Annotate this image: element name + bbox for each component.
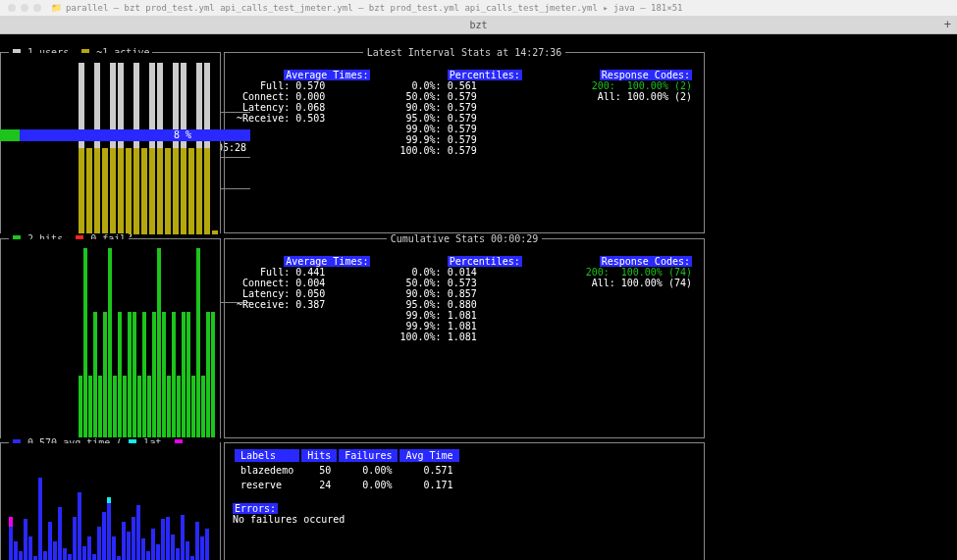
minimize-window-icon[interactable] (21, 4, 28, 12)
th-failures: Failures (339, 449, 398, 462)
labels-table: Labels Hits Failures Avg Time blazedemo … (233, 447, 461, 493)
cumulative-pct-values: 0.0%: 0.014 50.0%: 0.573 90.0%: 0.857 95… (399, 267, 521, 342)
th-avgtime: Avg Time (399, 449, 458, 462)
jmeter-progress: 8 % (0, 129, 250, 141)
interval-resp-all: All: 100.00% (2) (553, 91, 692, 102)
new-tab-button[interactable]: + (944, 18, 951, 31)
table-row: blazedemo 50 0.00% 0.571 (235, 464, 459, 477)
window-title: parallel — bzt prod_test.yml api_calls_t… (66, 3, 683, 13)
zoom-window-icon[interactable] (33, 4, 41, 12)
errors-text: No failures occured (233, 514, 696, 525)
panel-cumulative-stats: Cumulative Stats 00:00:29 Average Times:… (224, 238, 705, 438)
interval-avg-header: Average Times: (284, 70, 370, 80)
cumulative-resp-200: 200: 100.00% (74) (553, 267, 692, 278)
interval-resp-header: Response Codes: (600, 70, 692, 80)
cumulative-pct-header: Percentiles: (448, 256, 522, 267)
tab-bar: bzt + (0, 16, 957, 34)
cumulative-resp-header: Response Codes: (600, 256, 692, 267)
close-window-icon[interactable] (8, 4, 16, 12)
terminal-output: 1 users, ~1 active (0, 48, 957, 560)
folder-icon: 📁 (51, 3, 62, 13)
panel-labels-table: Labels Hits Failures Avg Time blazedemo … (224, 442, 705, 560)
cumulative-title: Cumulative Stats 00:00:29 (387, 233, 543, 244)
tab-bzt[interactable]: bzt (469, 20, 487, 30)
panel-hits: 2 hits, 0 fail (0, 238, 221, 438)
interval-title: Latest Interval Stats at 14:27:36 (363, 47, 566, 58)
traffic-lights[interactable] (8, 4, 41, 12)
interval-avg-values: Full: 0.570 Connect: 0.000 Latency: 0.06… (237, 80, 370, 124)
avg-graph (1, 443, 220, 560)
panel-users: 1 users, ~1 active (0, 52, 221, 233)
table-row: reserve 24 0.00% 0.171 (235, 479, 459, 491)
window-title-bar: 📁 parallel — bzt prod_test.yml api_calls… (0, 0, 957, 16)
interval-pct-values: 0.0%: 0.561 50.0%: 0.579 90.0%: 0.579 95… (399, 80, 521, 156)
th-hits: Hits (301, 449, 337, 462)
interval-resp-200: 200: 100.00% (2) (553, 80, 692, 91)
cumulative-resp-all: All: 100.00% (74) (553, 278, 692, 288)
interval-pct-header: Percentiles: (448, 70, 522, 80)
th-labels: Labels (235, 449, 299, 462)
jmeter-pct: 8 % (174, 129, 191, 140)
errors-header: Errors: (233, 503, 278, 514)
hits-graph (1, 239, 220, 439)
cumulative-avg-header: Average Times: (284, 256, 370, 267)
users-graph (1, 53, 220, 234)
cumulative-avg-values: Full: 0.441 Connect: 0.004 Latency: 0.05… (237, 267, 370, 310)
panel-avg-time: 0.570 avg time ( lat, conn) (0, 442, 221, 560)
panel-interval-stats: Latest Interval Stats at 14:27:36 Averag… (224, 52, 705, 233)
